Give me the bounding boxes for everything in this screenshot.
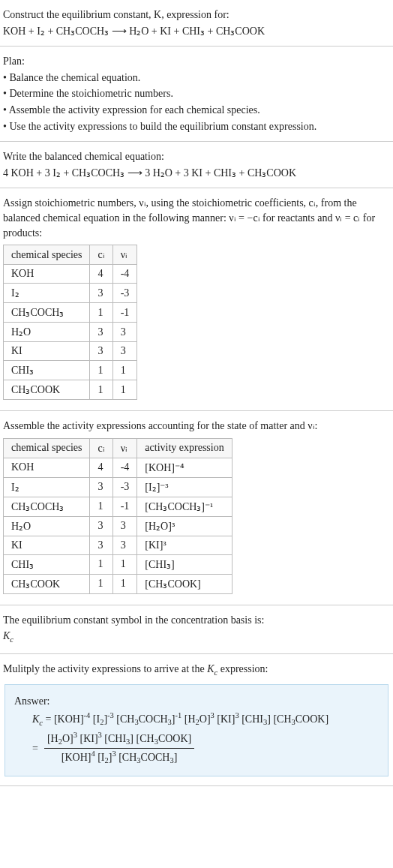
plan-section: Plan: • Balance the chemical equation. •… [0,47,393,142]
plan-item-0: • Balance the chemical equation. [3,71,390,86]
plan-item-3: • Use the activity expressions to build … [3,119,390,134]
plan-item-2: • Assemble the activity expression for e… [3,103,390,118]
table-row: CHI₃11 [4,361,137,380]
table-row: CH₃COOK11 [4,380,137,400]
table-row: I₂3-3 [4,284,137,303]
balanced-equation: 4 KOH + 3 I₂ + CH₃COCH₃ ⟶ 3 H₂O + 3 KI +… [3,166,390,181]
intro-section: Construct the equilibrium constant, K, e… [0,0,393,47]
th-species: chemical species [4,438,90,458]
answer-fraction: [H2O]3 [KI]3 [CHI3] [CH3COOK] [KOH]4 [I2… [44,730,194,767]
th-nui: νᵢ [112,245,137,265]
stoich-text: Assign stoichiometric numbers, νᵢ, using… [3,196,390,240]
th-ci: cᵢ [90,438,112,458]
table-row: KI33[KI]³ [4,536,232,554]
activity-section: Assemble the activity expressions accoun… [0,411,393,605]
multiply-section: Mulitply the activity expressions to arr… [0,654,393,787]
symbol-line-1: The equilibrium constant symbol in the c… [3,613,390,628]
table-row: CHI₃11[CHI₃] [4,554,232,574]
table-row: KI33 [4,342,137,361]
answer-fraction-den: [KOH]4 [I2]3 [CH3COCH3] [44,749,194,767]
stoich-table: chemical species cᵢ νᵢ KOH4-4 I₂3-3 CH₃C… [3,245,137,400]
table-header-row: chemical species cᵢ νᵢ activity expressi… [4,438,232,458]
th-nui: νᵢ [112,438,137,458]
activity-table: chemical species cᵢ νᵢ activity expressi… [3,438,232,594]
table-row: CH₃COCH₃1-1 [4,303,137,323]
th-activity: activity expression [137,438,232,458]
answer-fraction-line: = [H2O]3 [KI]3 [CHI3] [CH3COOK] [KOH]4 [… [14,730,379,767]
balanced-title: Write the balanced chemical equation: [3,149,390,164]
table-row: CH₃COCH₃1-1[CH₃COCH₃]⁻¹ [4,497,232,516]
table-row: H₂O33[H₂O]³ [4,516,232,536]
symbol-kc: Kc [3,629,390,645]
table-header-row: chemical species cᵢ νᵢ [4,245,137,265]
answer-fraction-num: [H2O]3 [KI]3 [CHI3] [CH3COOK] [44,730,194,749]
th-ci: cᵢ [90,245,112,265]
table-row: I₂3-3[I₂]⁻³ [4,477,232,497]
answer-box: Answer: Kc = [KOH]-4 [I2]-3 [CH3COCH3]-1… [4,684,388,776]
stoich-section: Assign stoichiometric numbers, νᵢ, using… [0,188,393,411]
answer-kc-line: Kc = [KOH]-4 [I2]-3 [CH3COCH3]-1 [H2O]3 … [14,710,379,728]
table-row: H₂O33 [4,323,137,342]
th-species: chemical species [4,245,90,265]
table-row: KOH4-4[KOH]⁻⁴ [4,458,232,477]
balanced-section: Write the balanced chemical equation: 4 … [0,142,393,188]
intro-equation: KOH + I₂ + CH₃COCH₃ ⟶ H₂O + KI + CHI₃ + … [3,24,390,39]
table-row: CH₃COOK11[CH₃COOK] [4,574,232,593]
symbol-section: The equilibrium constant symbol in the c… [0,605,393,654]
table-row: KOH4-4 [4,265,137,284]
intro-line-1: Construct the equilibrium constant, K, e… [3,8,390,23]
multiply-text: Mulitply the activity expressions to arr… [3,662,390,678]
plan-item-1: • Determine the stoichiometric numbers. [3,86,390,101]
plan-title: Plan: [3,54,390,69]
answer-label: Answer: [14,694,379,709]
activity-text: Assemble the activity expressions accoun… [3,419,390,434]
